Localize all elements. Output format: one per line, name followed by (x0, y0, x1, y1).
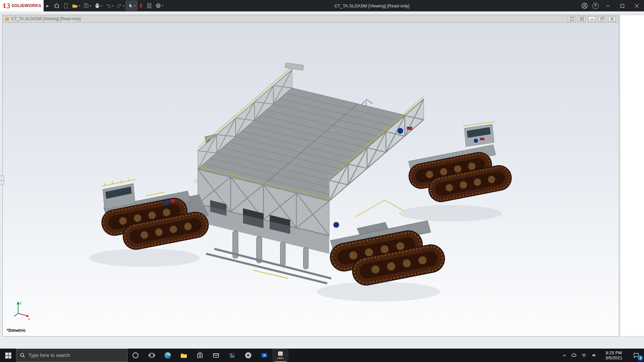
doc-restore-icon (600, 17, 604, 20)
select-button[interactable]: ▾ (126, 1, 137, 10)
close-icon (635, 4, 639, 8)
screen: SOLIDWORKS ▶ ▾ ▾ ▾ ▾ (0, 0, 644, 362)
triad-x-label: x (28, 317, 30, 321)
app-circle-icon (244, 351, 252, 359)
speaker-icon (591, 353, 597, 358)
minimize-button[interactable] (601, 0, 615, 11)
dropdown-caret: ▾ (101, 4, 102, 7)
minimize-icon (606, 4, 610, 8)
windows-start-icon (4, 352, 12, 359)
dropdown-caret: ▾ (112, 4, 113, 7)
titlebar-controls: ? (579, 0, 644, 11)
cloud-icon (571, 353, 577, 358)
action-center-button[interactable]: 3 (629, 349, 644, 362)
volume-button[interactable] (589, 349, 599, 362)
file-properties-button[interactable] (145, 1, 154, 10)
home-icon (54, 3, 60, 9)
document-titlebar[interactable]: CT_TA.SLDASM [Viewing] [Read-only] (3, 15, 619, 23)
dropdown-caret: ▾ (90, 4, 91, 7)
task-pane-collapsed[interactable] (620, 15, 644, 337)
movies-tv-button[interactable] (256, 349, 272, 362)
movies-tv-icon (260, 351, 268, 359)
doc-minimize-button[interactable] (588, 16, 596, 21)
crawler-transporter-model[interactable] (3, 23, 619, 336)
front-right-track-assembly (328, 221, 447, 288)
wifi-icon (581, 353, 587, 358)
maximize-icon (621, 4, 624, 8)
dropdown-caret: ▾ (162, 4, 163, 7)
open-folder-icon (72, 3, 78, 9)
options-button[interactable]: ▾ (154, 1, 165, 10)
select-cursor-icon (127, 3, 133, 9)
taskbar-clock[interactable]: 8:25 PM 3/5/2021 (599, 349, 629, 362)
account-button[interactable] (579, 0, 590, 11)
maximize-button[interactable] (615, 0, 630, 11)
hidden-icons-button[interactable] (560, 349, 569, 362)
undo-button[interactable]: ▾ (104, 1, 115, 10)
graphics-viewport[interactable]: y x *Dimetric (3, 23, 619, 336)
file-explorer-icon (180, 351, 188, 359)
file-explorer-button[interactable] (176, 349, 192, 362)
rear-right-track-assembly (407, 145, 514, 204)
task-view-button[interactable] (144, 349, 160, 362)
home-button[interactable] (52, 1, 61, 10)
store-button[interactable] (192, 349, 208, 362)
panel-collapse-tab[interactable]: ▸ (0, 176, 4, 185)
network-button[interactable] (579, 349, 589, 362)
taskbar-search[interactable] (16, 349, 127, 362)
save-button[interactable]: ▾ (82, 1, 93, 10)
solidworks-logo: SOLIDWORKS (0, 0, 44, 11)
document-window: CT_TA.SLDASM [Viewing] [Read-only] (2, 15, 619, 337)
help-icon: ? (592, 3, 599, 9)
quick-toolbar: ▾ ▾ ▾ ▾ ▾ ▾ (52, 1, 165, 10)
walkway-railings (356, 200, 403, 217)
edge-icon (164, 351, 172, 359)
solidworks-app-icon (277, 351, 284, 357)
solidworks-logo-mark (3, 2, 10, 9)
clock-date: 3/5/2021 (605, 355, 623, 360)
app-titlebar: SOLIDWORKS ▶ ▾ ▾ ▾ ▾ (0, 0, 644, 11)
notification-badge: 3 (638, 355, 643, 361)
photos-button[interactable] (224, 349, 240, 362)
doc-restore-button[interactable] (598, 16, 606, 21)
file-properties-icon (146, 3, 152, 9)
solidworks-taskbar-button[interactable]: 2021 (272, 349, 288, 362)
assembly-document-icon (4, 16, 9, 21)
search-input[interactable] (16, 349, 127, 362)
onedrive-button[interactable] (569, 349, 579, 362)
triad-y-label: y (19, 301, 22, 305)
close-button[interactable] (630, 0, 644, 11)
mail-button[interactable] (208, 349, 224, 362)
new-file-icon (63, 3, 69, 9)
help-glyph: ? (594, 3, 596, 8)
brand-text: SOLIDWORKS (11, 3, 41, 8)
four-view-button[interactable] (578, 16, 586, 21)
system-tray: 8:25 PM 3/5/2021 3 (560, 349, 644, 362)
search-icon (20, 353, 25, 358)
options-gear-icon (155, 3, 161, 9)
window-title: CT_TA.SLDASM [Viewing] [Read-only] (165, 3, 579, 8)
redo-button[interactable]: ▾ (115, 1, 126, 10)
rebuild-button[interactable] (137, 1, 145, 10)
dropdown-caret: ▾ (79, 4, 80, 7)
photos-icon (228, 351, 236, 359)
app-client-area: CT_TA.SLDASM [Viewing] [Read-only] (0, 11, 644, 349)
rebuild-stoplight-icon (139, 3, 143, 9)
save-icon (83, 3, 89, 9)
print-button[interactable]: ▾ (93, 1, 104, 10)
start-button[interactable] (0, 349, 16, 362)
new-file-button[interactable] (61, 1, 70, 10)
panel-tab-arrow: ▸ (1, 179, 2, 182)
help-button[interactable]: ? (590, 0, 601, 11)
edge-button[interactable] (160, 349, 176, 362)
doc-close-button[interactable] (608, 16, 616, 21)
app-circle-button[interactable] (240, 349, 256, 362)
cortana-button[interactable] (127, 349, 144, 362)
view-orientation-label: *Dimetric (7, 328, 26, 333)
menu-expand-arrow[interactable]: ▶ (44, 4, 52, 8)
split-view-button[interactable] (568, 16, 576, 21)
orientation-triad: y x (11, 299, 33, 321)
doc-minimize-icon (590, 17, 594, 20)
right-control-cab (463, 122, 495, 146)
open-file-button[interactable]: ▾ (70, 1, 82, 10)
